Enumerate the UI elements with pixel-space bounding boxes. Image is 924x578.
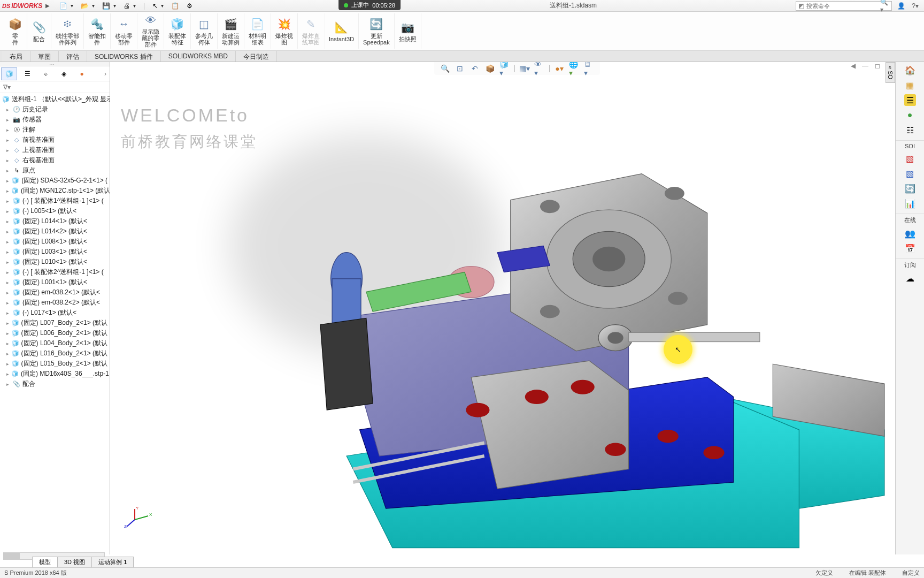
tree-item-label: (固定) L008<1> (默认< — [22, 237, 87, 246]
search-icon[interactable]: 🔍▾ — [880, 0, 889, 13]
ribbon-assy-features[interactable]: 🧊装配体特征 — [164, 13, 191, 49]
expand-ribbon-icon[interactable]: ▶ — [45, 3, 50, 9]
taskpane-cal-icon[interactable]: 📅 — [904, 242, 916, 254]
taskpane-sync-icon[interactable]: 🔄 — [904, 182, 916, 194]
ribbon-smart-fasteners[interactable]: 🔩智能扣件 — [84, 13, 111, 49]
tree-tabs-more-icon[interactable]: › — [104, 70, 109, 78]
svg-marker-26 — [320, 318, 373, 410]
tree-tab-config[interactable]: ⟐ — [37, 67, 53, 80]
search-scope-icon[interactable]: ◩ — [798, 2, 804, 10]
ribbon-mate[interactable]: 📎配合 — [27, 13, 51, 49]
tree-tab-display[interactable]: ◈ — [56, 67, 72, 80]
tree-item[interactable]: ▸◇前视基准面 — [1, 135, 109, 145]
ribbon-new-motion[interactable]: 🎬新建运动算例 — [218, 13, 244, 49]
tree-item[interactable]: ▸🧊(固定) MD16x40S_36___.stp-1 — [1, 369, 109, 379]
config-icon: ⟐ — [44, 70, 48, 78]
tree-tab-appearance[interactable]: ● — [74, 67, 90, 80]
tree-tab-property[interactable]: ☰ — [19, 67, 35, 80]
cmd-tab-evaluate[interactable]: 评估 — [59, 51, 87, 62]
rebuild-icon[interactable]: 📋 — [171, 2, 179, 10]
tree-item[interactable]: ▸🧊(固定) L001<1> (默认< — [1, 277, 109, 287]
ribbon: 📦零件 📎配合 ፨线性零部件阵列 🔩智能扣件 ↔移动零部件 👁显示隐藏的零部件 … — [0, 12, 924, 50]
feature-tree[interactable]: 🧊 送料组-1 （默认<<默认>_外观 显示 ▸🕑历史记录▸📷传感器▸Ⓐ注解▸◇… — [0, 93, 110, 554]
taskpane-home-icon[interactable]: 🏠 — [904, 64, 916, 76]
taskpane-cloud-icon[interactable]: ☁ — [904, 272, 916, 284]
tree-item[interactable]: ▸↳原点 — [1, 165, 109, 176]
bottom-tabs: 模型 3D 视图 运动算例 1 — [32, 557, 133, 567]
taskpane-community-icon[interactable]: 👥 — [904, 227, 916, 239]
ribbon-snapshot[interactable]: 📷拍快照 — [395, 13, 421, 49]
tree-item[interactable]: ▸🕑历史记录 — [1, 104, 109, 115]
tree-item[interactable]: ▸🧊(固定) L006_Body_2<1> (默认 — [1, 328, 109, 338]
tree-item[interactable]: ▸🧊(-) L017<1> (默认< — [1, 308, 109, 318]
svg-point-9 — [571, 380, 595, 394]
taskpane-collapse-tab[interactable]: « SO — [886, 62, 895, 83]
ribbon-bom[interactable]: 📄材料明细表 — [244, 13, 271, 49]
tree-tab-feature[interactable]: 🧊 — [1, 67, 17, 80]
tree-item[interactable]: ▸◇右视基准面 — [1, 155, 109, 165]
open-icon[interactable]: 📂 — [81, 2, 89, 10]
tree-root[interactable]: 🧊 送料组-1 （默认<<默认>_外观 显示 — [1, 94, 109, 104]
tree-item[interactable]: ▸◇上视基准面 — [1, 145, 109, 155]
bottom-tab-motion[interactable]: 运动算例 1 — [91, 557, 134, 567]
command-search[interactable]: ◩ 🔍▾ — [796, 1, 892, 11]
tree-item[interactable]: ▸🧊(固定) em-038.2<1> (默认< — [1, 287, 109, 298]
bottom-tab-3dview[interactable]: 3D 视图 — [57, 557, 92, 567]
new-icon[interactable]: 📄 — [59, 2, 67, 10]
ribbon-show-hide[interactable]: 👁显示隐藏的零部件 — [137, 13, 164, 49]
ribbon-instant3d[interactable]: 📐Instant3D — [325, 13, 359, 49]
taskpane-chart-icon[interactable]: 📊 — [904, 197, 916, 209]
search-input[interactable] — [806, 3, 880, 9]
taskpane-red-icon[interactable]: ▧ — [904, 153, 916, 164]
tree-item[interactable]: ▸🧊(固定) L007_Body_2<1> (默认 — [1, 318, 109, 328]
tree-item-label: (固定) SDAS-32x5-G-2-1<1> ( — [21, 176, 107, 185]
taskpane-resources-icon[interactable]: ▦ — [904, 79, 916, 91]
panel-grip-icon[interactable]: ⋯ — [49, 62, 55, 67]
taskpane-appearance-icon[interactable]: ● — [904, 109, 916, 121]
cmd-tab-sketch[interactable]: 草图 — [30, 51, 59, 62]
user-icon[interactable]: 👤 — [897, 2, 905, 10]
tree-item[interactable]: ▸🧊(固定) SDAS-32x5-G-2-1<1> ( — [1, 176, 109, 186]
taskpane-design-library-icon[interactable]: ☰ — [904, 94, 916, 106]
tree-item[interactable]: ▸🧊(固定) L015_Body_2<1> (默认 — [1, 359, 109, 369]
insert-comp-icon: 📦 — [7, 17, 22, 32]
tree-item[interactable]: ▸🧊(固定) L014<2> (默认< — [1, 226, 109, 237]
tree-item[interactable]: ▸🧊(固定) MGN12C.stp-1<1> (默认 — [1, 186, 109, 196]
tree-item[interactable]: ▸📎配合 — [1, 379, 109, 389]
ribbon-move-comp[interactable]: ↔移动零部件 — [111, 13, 137, 49]
taskpane-blue-icon[interactable]: ▧ — [904, 168, 916, 179]
ribbon-linear-pattern[interactable]: ፨线性零部件阵列 — [51, 13, 84, 49]
select-icon[interactable]: ↖ — [152, 2, 158, 10]
options-icon[interactable]: ⚙ — [187, 2, 192, 10]
tree-item[interactable]: ▸🧊(固定) L003<1> (默认< — [1, 247, 109, 257]
graphics-viewport[interactable]: 🔍 ⊡ ↶ 📦 🧊▾ ▦▾ 👁▾ ●▾ 🌐▾ 🖥▾ ◀ — ◻ ✕ WELCOM… — [110, 62, 924, 554]
tree-item[interactable]: ▸🧊(固定) L008<1> (默认< — [1, 237, 109, 247]
tree-filter[interactable]: ∇▾ — [0, 81, 110, 93]
part-icon: 🧊 — [12, 177, 19, 185]
save-icon[interactable]: 💾 — [102, 2, 110, 10]
ribbon-speedpak[interactable]: 🔄更新Speedpak — [359, 13, 395, 49]
ribbon-explode-sketch: ✎爆炸直线草图 — [298, 13, 325, 49]
tree-item[interactable]: ▸🧊(固定) L016_Body_2<1> (默认 — [1, 348, 109, 359]
bottom-tab-model[interactable]: 模型 — [32, 557, 58, 567]
tree-item[interactable]: ▸🧊(-) L005<1> (默认< — [1, 206, 109, 216]
taskpane-custom-props-icon[interactable]: ☷ — [904, 124, 916, 136]
ribbon-explode-view[interactable]: 💥爆炸视图 — [271, 13, 298, 49]
tree-item[interactable]: ▸📷传感器 — [1, 115, 109, 125]
print-icon[interactable]: 🖨 — [124, 2, 130, 10]
tree-item[interactable]: ▸🧊(固定) L004_Body_2<1> (默认 — [1, 338, 109, 348]
cmd-tab-addins[interactable]: SOLIDWORKS 插件 — [87, 51, 161, 62]
tree-item[interactable]: ▸🧊(固定) L010<1> (默认< — [1, 257, 109, 267]
tree-item[interactable]: ▸Ⓐ注解 — [1, 125, 109, 135]
cmd-tab-today[interactable]: 今日制造 — [236, 51, 277, 62]
cmd-tab-mbd[interactable]: SOLIDWORKS MBD — [161, 51, 236, 62]
tree-item[interactable]: ▸🧊(-) [ 装配体1^送料组-1 ]<1> ( — [1, 196, 109, 206]
help-icon[interactable]: ?▾ — [912, 2, 919, 10]
cmd-tab-layout[interactable]: 布局 — [2, 51, 30, 62]
part-icon: 🧊 — [13, 269, 20, 276]
tree-item[interactable]: ▸🧊(-) [ 装配体2^送料组-1 ]<1> ( — [1, 267, 109, 277]
ribbon-ref-geometry[interactable]: ◫参考几何体 — [191, 13, 218, 49]
tree-item[interactable]: ▸🧊(固定) em-038.2<2> (默认< — [1, 298, 109, 308]
ribbon-insert-comp[interactable]: 📦零件 — [3, 13, 27, 49]
tree-item[interactable]: ▸🧊(固定) L014<1> (默认< — [1, 216, 109, 226]
